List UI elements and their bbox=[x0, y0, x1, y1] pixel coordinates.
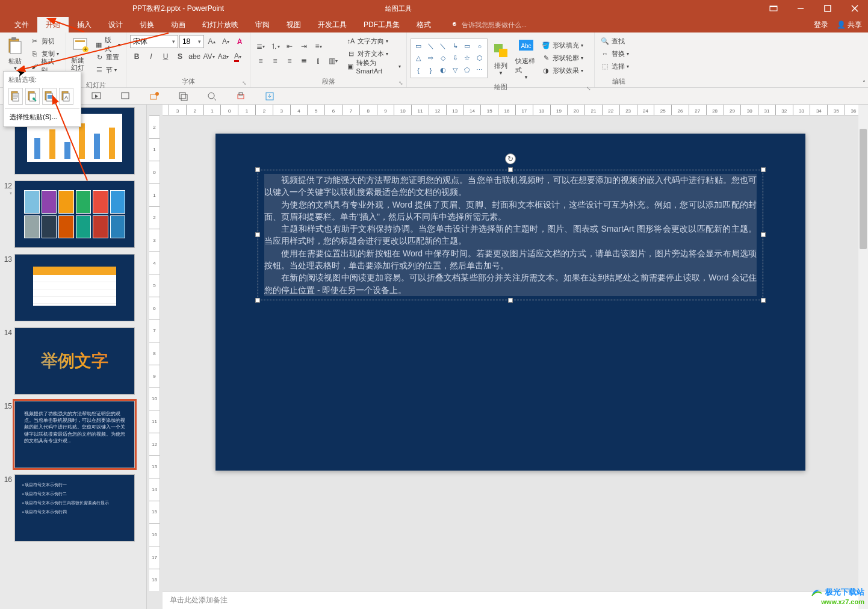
qat-print[interactable] bbox=[235, 90, 247, 102]
tab-home[interactable]: 开始 bbox=[37, 17, 69, 32]
font-size-combo[interactable]: 18▾ bbox=[179, 35, 204, 48]
tell-me-search[interactable]: 告诉我您想要做什么... bbox=[451, 20, 527, 29]
shape-fill-button[interactable]: 🪣形状填充▾ bbox=[539, 40, 585, 52]
shape-more-icon[interactable]: ⋯ bbox=[474, 64, 486, 76]
horizontal-ruler[interactable]: 3210123456789101112131415161718192021222… bbox=[163, 105, 868, 116]
shadow-button[interactable]: S bbox=[173, 51, 187, 63]
shape-rect-icon[interactable]: ▭ bbox=[461, 40, 473, 52]
reset-button[interactable]: ↻重置 bbox=[93, 51, 122, 63]
slide-paragraph[interactable]: 使用在需要位置出现的新按钮在 Word 中保存时间。若要更改图片适应文档的方式，… bbox=[264, 247, 757, 272]
slide-thumbnail-panel[interactable]: 12* 13 14 举例文字 15 视频提供了功能强大的方法帮助您证明您的观点。… bbox=[0, 105, 147, 609]
shapes-gallery[interactable]: ▭＼＼↳▭○ △⇨◇⇩☆⬡ {}◐▽⬠⋯ bbox=[411, 39, 488, 78]
decrease-font-button[interactable]: A▾ bbox=[219, 36, 232, 48]
resize-handle[interactable] bbox=[255, 232, 260, 237]
layout-button[interactable]: ▦版式▾ bbox=[93, 39, 122, 51]
qat-save[interactable] bbox=[264, 90, 276, 102]
columns-button[interactable]: ▥▾ bbox=[326, 55, 339, 67]
thumbnail-item[interactable]: 16 • 项目符号文本示例行一• 项目符号文本示例行二• 项目符号文本示例行三内… bbox=[2, 474, 141, 542]
qat-undo[interactable] bbox=[148, 90, 160, 102]
shape-more1-icon[interactable]: ▽ bbox=[449, 64, 461, 76]
rotate-handle[interactable] bbox=[505, 153, 516, 164]
shape-effects-button[interactable]: ◑形状效果▾ bbox=[539, 65, 585, 77]
tab-file[interactable]: 文件 bbox=[6, 17, 37, 32]
select-button[interactable]: ⬚选择▾ bbox=[598, 60, 639, 72]
decrease-indent-button[interactable]: ⇤ bbox=[283, 40, 296, 52]
drawing-dialog-launcher[interactable]: ⤡ bbox=[586, 85, 592, 91]
resize-handle[interactable] bbox=[255, 167, 260, 172]
find-button[interactable]: 🔍查找 bbox=[598, 35, 639, 47]
slide-paragraph[interactable]: 视频提供了功能强大的方法帮助您证明您的观点。当您单击联机视频时，可以在想要添加的… bbox=[264, 174, 757, 199]
format-painter-button[interactable]: 🖌格式刷 bbox=[28, 60, 62, 72]
tab-developer[interactable]: 开发工具 bbox=[309, 17, 355, 32]
minimize-button[interactable] bbox=[787, 0, 814, 17]
replace-button[interactable]: ↔替换▾ bbox=[598, 48, 639, 60]
close-button[interactable] bbox=[841, 0, 868, 17]
increase-indent-button[interactable]: ⇥ bbox=[297, 40, 311, 52]
shape-textbox-icon[interactable]: ▭ bbox=[412, 40, 424, 52]
paste-keep-source-formatting[interactable] bbox=[25, 88, 40, 105]
paste-text-only[interactable]: A bbox=[59, 88, 73, 105]
line-spacing-button[interactable]: ≡▾ bbox=[312, 40, 325, 52]
resize-handle[interactable] bbox=[761, 167, 766, 172]
shape-more2-icon[interactable]: ⬠ bbox=[461, 64, 473, 76]
shape-diamond-icon[interactable]: ◇ bbox=[437, 52, 449, 64]
paste-use-destination-theme[interactable] bbox=[8, 88, 23, 105]
qat-from-beginning[interactable] bbox=[90, 90, 102, 102]
align-center-button[interactable]: ≡ bbox=[268, 55, 282, 67]
distribute-button[interactable]: ⫿ bbox=[312, 55, 325, 67]
qat-zoom[interactable] bbox=[206, 90, 218, 102]
arrange-button[interactable]: 排列▼ bbox=[489, 40, 513, 77]
slide-paragraph[interactable]: 主题和样式也有助于文档保持协调。当您单击设计并选择新的主题时，图片、图表或 Sm… bbox=[264, 223, 757, 247]
font-name-combo[interactable]: 宋体▾ bbox=[130, 35, 178, 48]
change-case-button[interactable]: Aa▾ bbox=[217, 51, 230, 63]
thumbnail-item[interactable]: 14 举例文字 bbox=[2, 327, 141, 395]
resize-handle[interactable] bbox=[761, 298, 766, 303]
resize-handle[interactable] bbox=[508, 167, 513, 172]
align-right-button[interactable]: ≡ bbox=[283, 55, 296, 67]
current-slide[interactable]: 视频提供了功能强大的方法帮助您证明您的观点。当您单击联机视频时，可以在想要添加的… bbox=[215, 134, 805, 471]
thumbnail-item[interactable]: 13 bbox=[2, 254, 141, 321]
section-button[interactable]: ☰节▾ bbox=[93, 64, 122, 76]
quick-styles-button[interactable]: Abc 快速样式▼ bbox=[514, 35, 538, 81]
resize-handle[interactable] bbox=[761, 232, 766, 237]
shape-brace-icon[interactable]: { bbox=[412, 64, 424, 76]
shape-outline-button[interactable]: ✎形状轮廓▾ bbox=[539, 52, 585, 64]
justify-button[interactable]: ≣ bbox=[297, 55, 311, 67]
strikethrough-button[interactable]: abc bbox=[188, 51, 201, 63]
bold-button[interactable]: B bbox=[130, 51, 143, 63]
numbering-button[interactable]: ⒈▾ bbox=[268, 40, 282, 52]
notes-pane[interactable]: 单击此处添加备注 bbox=[163, 591, 868, 609]
shape-line2-icon[interactable]: ＼ bbox=[437, 40, 449, 52]
resize-handle[interactable] bbox=[508, 298, 513, 303]
shape-callout-icon[interactable]: ◐ bbox=[437, 64, 449, 76]
font-color-button[interactable]: A▾ bbox=[231, 51, 244, 63]
italic-button[interactable]: I bbox=[144, 51, 158, 63]
increase-font-button[interactable]: A▴ bbox=[205, 36, 218, 48]
tab-insert[interactable]: 插入 bbox=[69, 17, 100, 32]
slide-paragraph[interactable]: 为使您的文档具有专业外观，Word 提供了页眉、页脚、封面和文本框设计，这些设计… bbox=[264, 199, 757, 223]
qat-redo[interactable] bbox=[177, 90, 189, 102]
tab-animations[interactable]: 动画 bbox=[163, 17, 194, 32]
content-textbox[interactable]: 视频提供了功能强大的方法帮助您证明您的观点。当您单击联机视频时，可以在想要添加的… bbox=[258, 170, 763, 300]
vertical-scrollbar[interactable] bbox=[858, 105, 868, 609]
tab-design[interactable]: 设计 bbox=[100, 17, 131, 32]
shape-arrow2-icon[interactable]: ⇩ bbox=[449, 52, 461, 64]
tab-review[interactable]: 审阅 bbox=[247, 17, 278, 32]
tab-transitions[interactable]: 切换 bbox=[131, 17, 163, 32]
tab-pdf-tools[interactable]: PDF工具集 bbox=[355, 17, 408, 32]
thumbnail-item[interactable]: 12* bbox=[2, 181, 141, 248]
paste-button[interactable]: 粘贴 ▼ bbox=[4, 35, 27, 72]
char-spacing-button[interactable]: AV▾ bbox=[202, 51, 215, 63]
shape-connector-icon[interactable]: ↳ bbox=[449, 40, 461, 52]
text-direction-button[interactable]: ↕A文字方向▾ bbox=[344, 35, 403, 47]
share-button[interactable]: 👤 共享 bbox=[837, 20, 862, 30]
slide-canvas[interactable]: 视频提供了功能强大的方法帮助您证明您的观点。当您单击联机视频时，可以在想要添加的… bbox=[147, 116, 868, 591]
shape-hex-icon[interactable]: ⬡ bbox=[474, 52, 486, 64]
tab-format[interactable]: 格式 bbox=[408, 17, 439, 32]
login-button[interactable]: 登录 bbox=[814, 20, 828, 30]
tab-view[interactable]: 视图 bbox=[278, 17, 309, 32]
shape-arrow-icon[interactable]: ⇨ bbox=[424, 52, 436, 64]
underline-button[interactable]: U bbox=[159, 51, 172, 63]
slide-paragraph[interactable]: 在新的阅读视图中阅读更加容易。可以折叠文档某些部分并关注所需文本。如果在达到结尾… bbox=[264, 271, 757, 296]
cut-button[interactable]: ✂剪切 bbox=[28, 35, 62, 47]
